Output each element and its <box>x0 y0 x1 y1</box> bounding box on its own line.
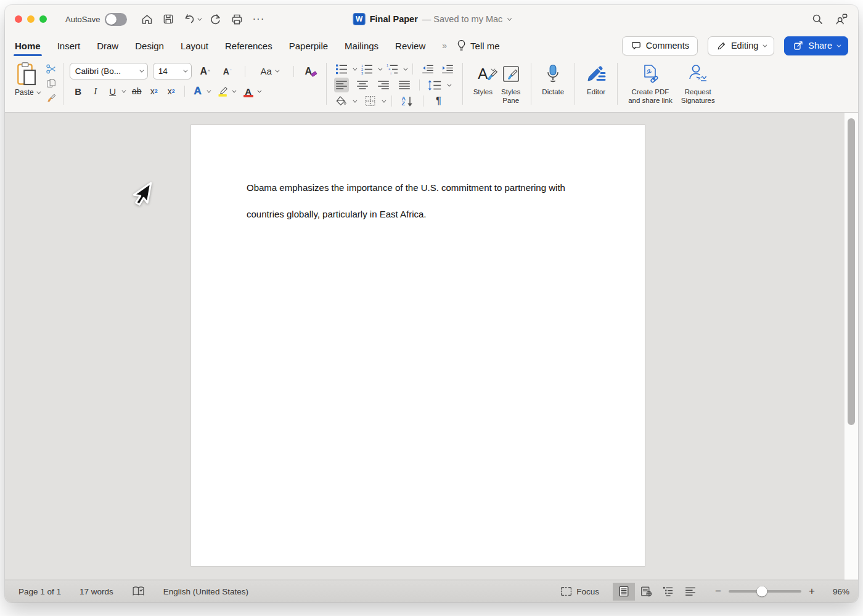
line-spacing-chevron[interactable] <box>447 82 451 86</box>
strikethrough-button[interactable]: ab <box>129 84 144 99</box>
copy-button[interactable] <box>46 77 57 89</box>
borders-chevron[interactable] <box>382 98 386 102</box>
dictate-button[interactable]: Dictate <box>538 60 568 107</box>
bullet-list-icon <box>335 63 348 75</box>
request-signatures-button[interactable]: x Request Signatures <box>677 60 719 107</box>
show-paragraph-marks-button[interactable]: ¶ <box>432 94 446 108</box>
paste-button[interactable]: Paste <box>15 60 39 107</box>
comments-label: Comments <box>646 41 689 51</box>
tab-paperpile[interactable]: Paperpile <box>289 38 328 54</box>
redo-button[interactable] <box>209 13 222 26</box>
highlight-chevron[interactable] <box>232 88 236 92</box>
scrollbar-thumb[interactable] <box>848 118 855 425</box>
save-button[interactable] <box>162 13 174 25</box>
shrink-font-button[interactable]: Aˇ <box>220 64 235 79</box>
shading-button[interactable] <box>334 94 349 108</box>
document-page[interactable]: Obama emphasizes the importance of the U… <box>191 125 645 566</box>
tabs-overflow-button[interactable]: » <box>442 41 448 51</box>
tab-home[interactable]: Home <box>15 38 41 54</box>
font-color-button[interactable]: A <box>241 84 256 99</box>
font-color-chevron[interactable] <box>257 88 261 92</box>
clear-formatting-button[interactable]: A <box>304 64 319 79</box>
tab-references[interactable]: References <box>225 38 272 54</box>
font-size-select[interactable]: 14 <box>153 63 192 79</box>
increase-indent-button[interactable] <box>440 62 455 76</box>
line-spacing-button[interactable] <box>427 78 442 92</box>
format-painter-button[interactable] <box>46 91 57 103</box>
sort-button[interactable]: AZ <box>400 94 415 108</box>
tab-review[interactable]: Review <box>395 38 425 54</box>
close-window-button[interactable] <box>15 15 22 23</box>
zoom-window-button[interactable] <box>39 15 47 23</box>
align-right-button[interactable] <box>376 78 391 92</box>
align-center-button[interactable] <box>355 78 370 92</box>
tab-layout[interactable]: Layout <box>181 38 208 54</box>
proofing-status[interactable] <box>132 586 145 597</box>
focus-button[interactable]: Focus <box>560 586 599 596</box>
page-indicator[interactable]: Page 1 of 1 <box>18 587 61 596</box>
print-layout-view-button[interactable] <box>613 583 635 601</box>
tab-insert[interactable]: Insert <box>57 38 81 54</box>
bullets-button[interactable] <box>334 62 349 76</box>
underline-button[interactable]: U <box>105 84 120 99</box>
highlight-button[interactable] <box>216 84 231 99</box>
editing-mode-button[interactable]: Editing <box>708 36 774 55</box>
print-button[interactable] <box>231 13 243 26</box>
word-count[interactable]: 17 words <box>80 587 113 596</box>
share-button[interactable]: Share <box>784 36 848 55</box>
zoom-in-button[interactable]: + <box>808 585 816 598</box>
text-effects-button[interactable]: A <box>190 84 205 99</box>
paragraph-text[interactable]: Obama emphasizes the importance of the U… <box>247 174 604 227</box>
vertical-scrollbar[interactable] <box>844 113 858 580</box>
outline-view-button[interactable] <box>657 583 679 601</box>
tab-mailings[interactable]: Mailings <box>345 38 378 54</box>
numbering-button[interactable]: 123 <box>359 62 374 76</box>
multilevel-list-button[interactable]: 1ai <box>385 62 399 76</box>
decrease-indent-button[interactable] <box>420 62 435 76</box>
zoom-slider[interactable] <box>729 590 801 593</box>
numbering-chevron[interactable] <box>378 66 382 70</box>
multilevel-chevron[interactable] <box>403 66 407 70</box>
superscript-button[interactable]: x2 <box>164 84 179 99</box>
zoom-slider-thumb[interactable] <box>757 586 767 597</box>
bold-button[interactable]: B <box>71 84 86 99</box>
tab-design[interactable]: Design <box>135 38 164 54</box>
draft-view-button[interactable] <box>679 583 701 601</box>
text-effects-chevron[interactable] <box>207 88 211 92</box>
undo-button[interactable] <box>183 13 200 26</box>
editor-button[interactable]: Editor <box>581 60 611 107</box>
home-quick-button[interactable] <box>141 13 153 26</box>
grow-font-button[interactable]: A^ <box>198 64 213 79</box>
more-toolbar-actions-button[interactable]: ··· <box>252 13 264 25</box>
shading-chevron[interactable] <box>353 98 357 102</box>
minimize-window-button[interactable] <box>27 15 35 23</box>
undo-dropdown-chevron[interactable] <box>198 16 202 20</box>
styles-button[interactable]: A Styles <box>469 60 497 107</box>
zoom-out-button[interactable]: − <box>714 585 722 598</box>
document-canvas[interactable]: Obama emphasizes the importance of the U… <box>5 113 858 580</box>
tab-draw[interactable]: Draw <box>97 38 118 54</box>
styles-pane-button[interactable]: Styles Pane <box>497 60 525 107</box>
presence-button[interactable] <box>835 12 848 26</box>
autosave-toggle[interactable] <box>105 13 127 26</box>
font-name-select[interactable]: Calibri (Bo... <box>70 63 148 79</box>
bullets-chevron[interactable] <box>353 66 357 70</box>
change-case-button[interactable]: Aa <box>255 64 284 79</box>
web-layout-view-button[interactable] <box>635 583 657 601</box>
document-title[interactable]: W Final Paper — Saved to my Mac <box>353 5 510 33</box>
borders-button[interactable] <box>363 94 378 108</box>
subscript-button[interactable]: x2 <box>147 84 162 99</box>
request-signatures-label: Request Signatures <box>681 87 715 105</box>
tell-me-button[interactable]: Tell me <box>456 39 500 52</box>
justify-button[interactable] <box>397 78 412 92</box>
language-indicator[interactable]: English (United States) <box>163 587 248 596</box>
align-left-button[interactable] <box>334 78 349 92</box>
cut-button[interactable] <box>46 63 57 75</box>
zoom-level[interactable]: 96% <box>822 587 849 596</box>
search-button[interactable] <box>811 13 824 25</box>
italic-button[interactable]: I <box>88 84 103 99</box>
underline-chevron[interactable] <box>121 88 126 92</box>
create-pdf-share-link-button[interactable]: Create PDF and share link <box>624 60 677 107</box>
comments-button[interactable]: Comments <box>622 36 698 55</box>
title-dropdown-chevron[interactable] <box>507 16 512 20</box>
